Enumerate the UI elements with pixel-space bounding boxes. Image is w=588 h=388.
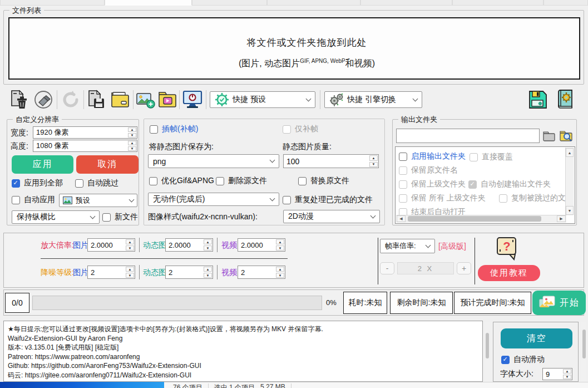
spin-arrows[interactable]: ▲▼ xyxy=(275,266,285,278)
tab-stub-active[interactable] xyxy=(105,0,192,6)
framerate-multiplier-display: 2 X xyxy=(397,262,454,274)
add-video-button[interactable] xyxy=(157,88,178,111)
scale-video-spinbox[interactable]: 2.0000 ▲▼ xyxy=(238,238,285,252)
h-scroll-thumb[interactable] xyxy=(408,216,541,222)
image-style-combo[interactable]: 2D动漫 xyxy=(283,210,380,223)
reprocess-finished-checkbox[interactable] xyxy=(283,196,291,204)
auto-apply-checkbox[interactable] xyxy=(12,196,20,204)
tab-stub[interactable] xyxy=(192,0,267,6)
denoise-gif-spinbox[interactable]: 2 ▲▼ xyxy=(165,266,213,279)
output-v-scrollbar[interactable] xyxy=(565,148,574,215)
replace-original-checkbox[interactable] xyxy=(298,177,307,185)
remove-file-button[interactable] xyxy=(7,88,31,111)
spin-arrows[interactable]: ▲▼ xyxy=(125,239,135,251)
chevron-down-icon xyxy=(90,213,96,219)
only-interpolation-checkbox[interactable] xyxy=(283,125,291,134)
framerate-multiplier-combo[interactable]: 帧率倍率: xyxy=(380,239,435,253)
keep-parent-folder-checkbox[interactable] xyxy=(399,180,407,189)
apply-resolution-button[interactable]: 应用 xyxy=(12,155,73,174)
width-spinbox[interactable]: 1920 像素 ▲▼ xyxy=(33,126,137,139)
clear-list-button[interactable] xyxy=(31,88,56,111)
font-size-spinbox[interactable]: 9 ▲▼ xyxy=(542,368,572,380)
image-quality-spinbox[interactable]: 100 ▲▼ xyxy=(283,154,379,168)
tutorial-button[interactable]: 使用教程 xyxy=(478,265,540,281)
quick-preset-combo[interactable]: 快捷 预设 xyxy=(210,91,315,108)
height-spinbox[interactable]: 1080 像素 ▲▼ xyxy=(33,140,137,152)
scale-gif-spinbox[interactable]: 2.0000 ▲▼ xyxy=(165,238,213,252)
spin-arrows[interactable]: ▲▼ xyxy=(562,369,572,380)
log-line: 版本: v3.135.01 [免费试用版] [稳定版] xyxy=(8,343,478,352)
aspect-ratio-combo[interactable]: 保持纵横比 xyxy=(12,210,100,224)
refresh-button[interactable] xyxy=(59,88,82,111)
scroll-left-arrow[interactable]: ◀ xyxy=(397,215,406,222)
spin-arrows[interactable]: ▲▼ xyxy=(127,127,137,138)
cancel-resolution-button[interactable]: 取消 xyxy=(76,155,139,174)
browse-output-folder-button[interactable] xyxy=(542,129,556,144)
settings-manual-button[interactable] xyxy=(553,88,577,111)
panel-scroll-thumb[interactable] xyxy=(582,330,586,358)
floppy-save-icon xyxy=(527,89,549,110)
help-button[interactable]: ? xyxy=(493,235,521,263)
optimize-gif-checkbox[interactable] xyxy=(149,177,157,185)
spin-arrows[interactable]: ▲▼ xyxy=(127,140,137,151)
image-label: 图片 xyxy=(73,268,88,278)
tab-stub[interactable] xyxy=(452,0,543,6)
post-action-combo[interactable]: 无动作(完成后) xyxy=(148,193,279,206)
apply-all-label: 应用到全部 xyxy=(24,178,63,188)
apply-all-checkbox[interactable] xyxy=(12,179,20,188)
save-image-format-combo[interactable]: png xyxy=(148,154,279,168)
enable-output-folder-checkbox[interactable] xyxy=(399,153,407,161)
overwrite-checkbox[interactable] xyxy=(470,153,478,161)
spin-arrows[interactable]: ▲▼ xyxy=(203,239,213,251)
spin-arrows[interactable]: ▲▼ xyxy=(203,266,213,278)
denoise-video-spinbox[interactable]: 2 ▲▼ xyxy=(238,266,285,279)
spin-arrows[interactable]: ▲▼ xyxy=(369,155,378,168)
resolution-preset-combo[interactable]: 预设 xyxy=(59,194,137,207)
spin-arrows[interactable]: ▲▼ xyxy=(275,239,285,251)
new-file-checkbox[interactable] xyxy=(102,213,111,222)
tab-stub[interactable] xyxy=(543,0,588,6)
tab-stub[interactable] xyxy=(360,0,452,6)
open-file-button[interactable] xyxy=(109,88,131,111)
auto-create-output-checkbox[interactable] xyxy=(468,180,477,189)
app-window: 文件列表 将文件或文件夹拖放到此处 (图片, 动态图片GIF, APNG, We… xyxy=(0,0,588,388)
scroll-up-arrow[interactable]: ▲ xyxy=(566,148,574,157)
tab-stub[interactable] xyxy=(267,0,360,6)
log-text-area[interactable]: ★每日提示:您可以通过更改[视频设置]选项卡中的[另存为:(封装格式)]设置，将… xyxy=(3,321,483,382)
denoise-level-label: 降噪等级: xyxy=(41,268,74,278)
tab-stub[interactable] xyxy=(0,0,105,6)
save-file-list-button[interactable] xyxy=(85,88,107,111)
clear-log-button[interactable]: 清空 xyxy=(501,328,572,348)
save-settings-button[interactable] xyxy=(526,88,550,111)
copy-skipped-label: 复制被跳过的文 xyxy=(511,193,566,203)
scale-image-spinbox[interactable]: 2.0000 ▲▼ xyxy=(87,238,135,252)
framerate-plus-button[interactable]: + xyxy=(457,262,471,274)
mini-image-icon xyxy=(63,197,72,204)
frame-interpolation-checkbox[interactable] xyxy=(150,125,158,134)
framerate-minus-button[interactable]: - xyxy=(380,262,394,274)
log-v-scrollbar[interactable] xyxy=(485,322,490,382)
status-divider xyxy=(208,384,209,388)
keep-all-parents-checkbox[interactable] xyxy=(399,194,407,203)
log-scroll-thumb[interactable] xyxy=(486,333,489,358)
keep-parent-folder-label: 保留上级文件夹 xyxy=(411,179,466,189)
output-path-input[interactable] xyxy=(396,129,540,143)
file-drop-area[interactable]: 将文件或文件夹拖放到此处 (图片, 动态图片GIF, APNG, WebP和视频… xyxy=(8,17,580,80)
add-image-button[interactable] xyxy=(135,88,156,111)
delete-source-checkbox[interactable] xyxy=(216,177,224,185)
scroll-right-arrow[interactable]: ▶ xyxy=(557,215,566,222)
panel-v-scrollbar[interactable] xyxy=(581,322,586,382)
copy-skipped-checkbox[interactable] xyxy=(499,194,507,203)
save-image-as-label: 将静态图片保存为: xyxy=(149,142,214,152)
keep-filename-checkbox[interactable] xyxy=(399,166,407,175)
quick-engine-combo[interactable]: 快捷 引擎切换 xyxy=(324,91,422,108)
denoise-image-spinbox[interactable]: 2 ▲▼ xyxy=(87,266,135,279)
open-folder-icon xyxy=(110,90,130,109)
scroll-down-arrow[interactable]: ▼ xyxy=(566,206,574,215)
spin-arrows[interactable]: ▲▼ xyxy=(125,266,135,278)
start-button[interactable]: 开始 xyxy=(532,291,586,315)
auto-scroll-checkbox[interactable] xyxy=(501,356,510,364)
open-output-folder-button[interactable] xyxy=(559,129,574,144)
auto-skip-checkbox[interactable] xyxy=(75,179,83,188)
shutdown-settings-button[interactable] xyxy=(181,88,204,111)
